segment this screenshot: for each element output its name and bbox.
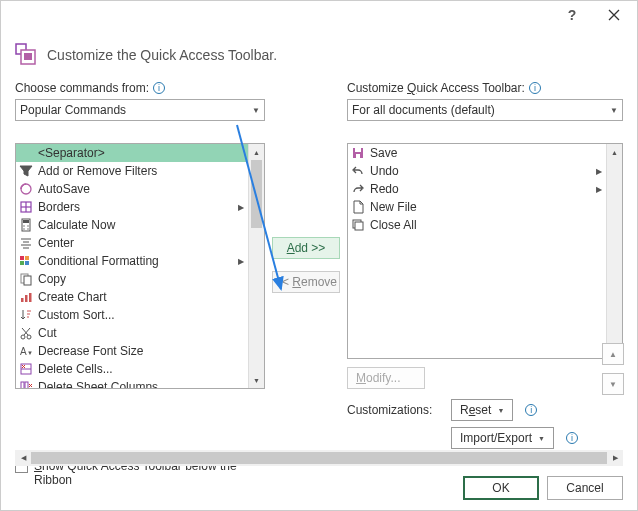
svg-rect-20 xyxy=(25,261,29,265)
close-button[interactable] xyxy=(593,2,635,28)
scroll-thumb[interactable] xyxy=(31,452,607,464)
newfile-icon xyxy=(350,199,366,215)
sort-icon xyxy=(18,307,34,323)
list-item-label: Decrease Font Size xyxy=(38,344,248,358)
list-item[interactable]: Close All xyxy=(348,216,606,234)
list-item[interactable]: Conditional Formatting▶ xyxy=(16,252,248,270)
list-item[interactable]: Undo▶ xyxy=(348,162,606,180)
list-item[interactable]: New File xyxy=(348,198,606,216)
svg-point-29 xyxy=(21,335,25,339)
list-item[interactable]: <Separator> xyxy=(16,144,248,162)
svg-point-12 xyxy=(27,228,28,229)
list-item-label: Borders xyxy=(38,200,236,214)
borders-icon xyxy=(18,199,34,215)
list-item-label: <Separator> xyxy=(38,146,248,160)
list-item[interactable]: Borders▶ xyxy=(16,198,248,216)
list-item-label: AutoSave xyxy=(38,182,248,196)
autosave-icon xyxy=(18,181,34,197)
fontdec-icon: A▼ xyxy=(18,343,34,359)
list-item-label: Add or Remove Filters xyxy=(38,164,248,178)
svg-text:▼: ▼ xyxy=(27,350,33,356)
svg-rect-17 xyxy=(20,256,24,260)
page-title: Customize the Quick Access Toolbar. xyxy=(47,47,277,63)
customizations-label: Customizations: xyxy=(347,403,443,417)
list-item[interactable]: Center xyxy=(16,234,248,252)
svg-rect-8 xyxy=(23,220,29,223)
svg-point-9 xyxy=(23,225,24,226)
import-export-button[interactable]: Import/Export▼ xyxy=(451,427,554,449)
svg-rect-24 xyxy=(25,295,28,302)
submenu-arrow-icon: ▶ xyxy=(594,185,604,194)
chevron-down-icon: ▼ xyxy=(610,106,618,115)
chevron-down-icon: ▼ xyxy=(497,407,504,414)
chart-icon xyxy=(18,289,34,305)
list-item[interactable]: Cut xyxy=(16,324,248,342)
list-item[interactable]: Create Chart xyxy=(16,288,248,306)
list-item-label: Calculate Now xyxy=(38,218,248,232)
svg-rect-47 xyxy=(355,222,363,230)
reset-button[interactable]: Reset▼ xyxy=(451,399,513,421)
qat-icon xyxy=(15,43,39,67)
scroll-down-icon[interactable]: ▼ xyxy=(249,372,264,388)
scroll-left-icon[interactable]: ◀ xyxy=(15,450,31,466)
svg-point-30 xyxy=(27,335,31,339)
none-icon xyxy=(18,145,34,161)
scroll-up-icon[interactable]: ▲ xyxy=(249,144,264,160)
commands-from-combo[interactable]: Popular Commands ▼ xyxy=(15,99,265,121)
svg-rect-19 xyxy=(20,261,24,265)
scroll-right-icon[interactable]: ▶ xyxy=(607,450,623,466)
qat-commands-list[interactable]: SaveUndo▶Redo▶New FileClose All ▲ ▼ xyxy=(347,143,623,359)
list-item[interactable]: Custom Sort... xyxy=(16,306,248,324)
horizontal-scrollbar[interactable]: ◀ ▶ xyxy=(15,450,623,466)
svg-rect-23 xyxy=(21,298,24,302)
submenu-arrow-icon: ▶ xyxy=(236,257,246,266)
list-item[interactable]: Calculate Now xyxy=(16,216,248,234)
remove-button: << Remove xyxy=(272,271,340,293)
svg-rect-40 xyxy=(25,382,28,388)
ok-button[interactable]: OK xyxy=(463,476,539,500)
center-icon xyxy=(18,235,34,251)
list-item[interactable]: Delete Sheet Columns xyxy=(16,378,248,388)
qat-scope-combo[interactable]: For all documents (default) ▼ xyxy=(347,99,623,121)
list-item[interactable]: Copy xyxy=(16,270,248,288)
help-button[interactable]: ? xyxy=(551,2,593,28)
svg-rect-18 xyxy=(25,256,29,260)
list-item-label: Create Chart xyxy=(38,290,248,304)
copy-icon xyxy=(18,271,34,287)
redo-icon xyxy=(350,181,366,197)
list-item[interactable]: Add or Remove Filters xyxy=(16,162,248,180)
submenu-arrow-icon: ▶ xyxy=(594,167,604,176)
info-icon[interactable]: i xyxy=(153,82,165,94)
list-item-label: Save xyxy=(370,146,606,160)
calc-icon xyxy=(18,217,34,233)
list-item[interactable]: A▼Decrease Font Size xyxy=(16,342,248,360)
move-down-button[interactable]: ▼ xyxy=(602,373,624,395)
list-item-label: Delete Cells... xyxy=(38,362,248,376)
scrollbar[interactable]: ▲ ▼ xyxy=(606,144,622,358)
delcols-icon xyxy=(18,379,34,388)
svg-rect-45 xyxy=(356,154,360,158)
scrollbar[interactable]: ▲ ▼ xyxy=(248,144,264,388)
customize-qat-label: Customize Quick Access Toolbar: i xyxy=(347,81,623,95)
move-up-button[interactable]: ▲ xyxy=(602,343,624,365)
svg-rect-22 xyxy=(24,276,31,285)
qat-scope-value: For all documents (default) xyxy=(352,103,495,117)
list-item-label: Delete Sheet Columns xyxy=(38,380,248,388)
scroll-thumb[interactable] xyxy=(251,160,262,228)
svg-rect-25 xyxy=(29,293,32,302)
modify-button: Modify... xyxy=(347,367,425,389)
list-item-label: Center xyxy=(38,236,248,250)
available-commands-list[interactable]: <Separator>Add or Remove FiltersAutoSave… xyxy=(15,143,265,389)
list-item[interactable]: Delete Cells... xyxy=(16,360,248,378)
scroll-up-icon[interactable]: ▲ xyxy=(607,144,622,160)
info-icon[interactable]: i xyxy=(529,82,541,94)
list-item[interactable]: Redo▶ xyxy=(348,180,606,198)
list-item[interactable]: AutoSave xyxy=(16,180,248,198)
cancel-button[interactable]: Cancel xyxy=(547,476,623,500)
list-item-label: Copy xyxy=(38,272,248,286)
info-icon[interactable]: i xyxy=(525,404,537,416)
add-button[interactable]: Add >> xyxy=(272,237,340,259)
list-item[interactable]: Save xyxy=(348,144,606,162)
svg-point-10 xyxy=(27,225,28,226)
info-icon[interactable]: i xyxy=(566,432,578,444)
